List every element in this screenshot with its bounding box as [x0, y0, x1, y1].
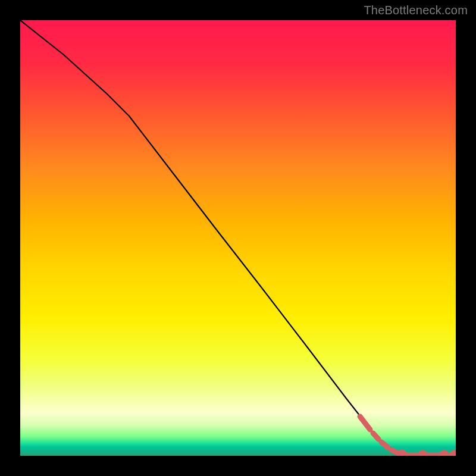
svg-line-2	[381, 442, 388, 447]
curve-line	[20, 20, 456, 455]
svg-point-4	[399, 452, 405, 456]
chart-svg	[20, 20, 456, 456]
svg-point-8	[441, 453, 447, 456]
chart-frame: TheBottleneck.com	[0, 0, 476, 476]
svg-point-9	[452, 453, 456, 456]
highlight-tail	[360, 416, 456, 456]
plot-area	[20, 20, 456, 456]
svg-line-1	[373, 433, 378, 439]
watermark-text: TheBottleneck.com	[364, 4, 468, 17]
svg-point-6	[420, 453, 425, 456]
svg-line-3	[392, 450, 396, 452]
svg-line-0	[360, 416, 370, 430]
